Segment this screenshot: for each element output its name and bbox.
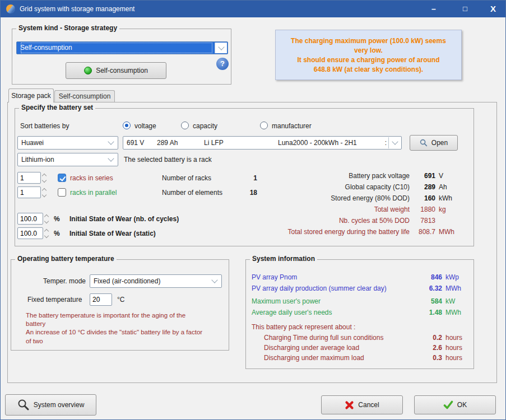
- green-led-icon: [84, 67, 92, 74]
- model-tech: Li LFP: [204, 137, 278, 149]
- close-button[interactable]: X: [484, 1, 503, 17]
- manufacturer-value: Huawei: [21, 137, 103, 149]
- racks-series-checkbox[interactable]: [58, 174, 66, 182]
- red-x-icon: [345, 400, 354, 410]
- ok-button[interactable]: OK: [414, 395, 496, 414]
- racks-parallel-stepper[interactable]: [43, 186, 49, 198]
- info-row: Average daily user's needs 1.48 MWh: [252, 309, 469, 316]
- technology-dropdown[interactable]: Lithium-ion: [17, 153, 118, 166]
- temper-mode-dropdown[interactable]: Fixed (air-conditioned): [90, 274, 222, 288]
- model-name: Luna2000 - 200kWh - 2H1: [278, 137, 385, 149]
- wear-cycles-unit: %: [54, 215, 60, 223]
- chevron-down-icon[interactable]: [208, 276, 221, 287]
- grid-storage-dialog: Grid system with storage management – □ …: [0, 0, 506, 420]
- tab-storage-pack[interactable]: Storage pack: [8, 88, 54, 102]
- app-icon: [6, 4, 15, 13]
- stat-row: Total stored energy during the battery l…: [255, 228, 461, 239]
- racks-series-input[interactable]: [17, 172, 41, 184]
- info-row: PV array daily production (summer clear …: [252, 284, 469, 292]
- chevron-down-icon[interactable]: [388, 137, 401, 148]
- cancel-label: Cancel: [358, 401, 379, 409]
- battery-group-title: Specify the battery set: [19, 104, 95, 111]
- technology-value: Lithium-ion: [21, 153, 103, 166]
- maximize-button[interactable]: □: [456, 1, 475, 17]
- temperature-group: Operating battery temperature Temper. mo…: [11, 259, 229, 351]
- strategy-group-title: System kind - Storage strategy: [16, 24, 119, 32]
- open-button[interactable]: Open: [410, 135, 458, 151]
- pack-header: This battery pack represent about :: [252, 323, 355, 331]
- system-info-group: System information PV array Pnom 846 kWp…: [245, 259, 474, 369]
- model-capacity: 289 Ah: [157, 137, 204, 149]
- temperature-note: The battery temperature is important for…: [26, 311, 221, 346]
- info-row: Charging Time during full sun conditions…: [252, 334, 469, 342]
- info-row: Discharging under maximum load 0.3 hours: [252, 354, 469, 362]
- racks-series-stepper[interactable]: [43, 172, 49, 184]
- racks-parallel-input[interactable]: [17, 186, 41, 198]
- chevron-down-icon[interactable]: [215, 43, 227, 53]
- info-row: Maximum user's power 584 kW: [252, 297, 469, 305]
- wear-cycles-input[interactable]: [17, 213, 43, 225]
- info-row: PV array Pnom 846 kWp: [252, 273, 469, 281]
- radio-voltage[interactable]: [123, 122, 131, 129]
- magnifier-icon: [17, 399, 30, 411]
- magnifier-icon: [420, 139, 428, 147]
- self-consumption-mode-button[interactable]: Self-consumption: [66, 62, 166, 79]
- wear-cycles-stepper[interactable]: [45, 213, 52, 225]
- radio-capacity[interactable]: [181, 122, 189, 129]
- system-overview-label: System overview: [34, 401, 85, 409]
- battery-model-dropdown[interactable]: 691 V 289 Ah Li LFP Luna2000 - 200kWh - …: [123, 136, 402, 150]
- info-row: Discharging under average load 2.6 hours: [252, 344, 469, 352]
- ok-label: OK: [457, 401, 467, 409]
- racks-parallel-checkbox[interactable]: [58, 188, 66, 197]
- wear-static-unit: %: [54, 230, 60, 237]
- sort-batteries-label: Sort batteries by: [20, 122, 69, 130]
- num-elements-label: Number of elements: [162, 189, 222, 197]
- strategy-dropdown[interactable]: Self-consumption: [16, 41, 228, 54]
- mode-button-label: Self-consumption: [96, 67, 148, 74]
- cancel-button[interactable]: Cancel: [321, 395, 403, 414]
- help-icon[interactable]: ?: [216, 58, 229, 70]
- strategy-dropdown-value: Self-consumption: [20, 42, 213, 54]
- minimize-button[interactable]: –: [424, 1, 443, 17]
- title-bar: Grid system with storage management – □ …: [1, 1, 505, 17]
- stat-row: Nb. cycles at 50% DOD 7813: [255, 217, 461, 228]
- tab-self-consumption[interactable]: Self-consumption: [54, 90, 115, 102]
- charging-power-warning: The charging maximum power (100.0 kW) se…: [275, 30, 462, 80]
- rack-note: The selected battery is a rack: [124, 156, 212, 164]
- fixed-temp-label: Fixed temperature: [27, 296, 82, 304]
- radio-voltage-label: voltage: [134, 122, 156, 130]
- racks-series-label: racks in series: [70, 174, 113, 182]
- stat-row: Stored energy (80% DOD) 160 kWh: [255, 194, 461, 206]
- wear-static-stepper[interactable]: [45, 227, 52, 239]
- radio-manufacturer-label: manufacturer: [272, 122, 312, 130]
- battery-stats: Battery pack voltage 691 V Global capaci…: [255, 172, 461, 239]
- stat-row: Battery pack voltage 691 V: [255, 172, 461, 183]
- model-voltage: 691 V: [127, 137, 157, 149]
- wear-cycles-label: Initial State of Wear (nb. of cycles): [69, 215, 179, 223]
- open-button-label: Open: [431, 139, 448, 147]
- chevron-down-icon[interactable]: [105, 154, 117, 165]
- strategy-group: System kind - Storage strategy Self-cons…: [12, 29, 231, 85]
- chevron-down-icon[interactable]: [105, 137, 117, 148]
- fixed-temp-input[interactable]: [90, 293, 112, 306]
- temper-mode-label: Temper. mode: [43, 277, 86, 285]
- system-overview-button[interactable]: System overview: [5, 394, 96, 416]
- stat-row: Total weight 1880 kg: [255, 206, 461, 217]
- window-title: Grid system with storage management: [20, 1, 134, 17]
- radio-manufacturer[interactable]: [260, 122, 268, 129]
- wear-static-label: Initial State of Wear (static): [69, 230, 156, 237]
- battery-set-group: Specify the battery set Sort batteries b…: [15, 108, 474, 246]
- system-info-title: System information: [250, 255, 317, 263]
- model-trail: :: [385, 137, 387, 149]
- temperature-group-title: Operating battery temperature: [15, 255, 117, 263]
- stat-row: Global capacity (C10) 289 Ah: [255, 183, 461, 194]
- temper-mode-value: Fixed (air-conditioned): [94, 275, 207, 287]
- num-racks-label: Number of racks: [162, 174, 211, 182]
- wear-static-input[interactable]: [17, 227, 43, 239]
- green-check-icon: [443, 400, 453, 409]
- manufacturer-dropdown[interactable]: Huawei: [17, 136, 118, 150]
- fixed-temp-unit: °C: [117, 296, 124, 304]
- radio-capacity-label: capacity: [193, 122, 217, 130]
- racks-parallel-label: racks in parallel: [70, 189, 117, 197]
